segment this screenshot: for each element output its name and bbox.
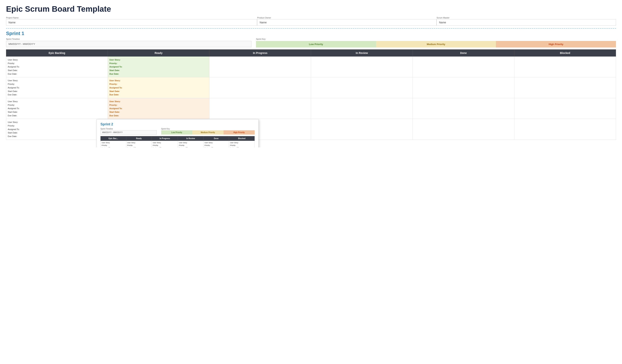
- s2-blocked-1[interactable]: User Story:Priority:Assigned To:Start Da…: [229, 141, 255, 147]
- page-title: Epic Scrum Board Template: [6, 4, 616, 14]
- table-row: User Story:Priority:Assigned To:Start Da…: [6, 57, 616, 77]
- done-cell-3[interactable]: [413, 98, 514, 119]
- scrum-master-value[interactable]: Name: [437, 19, 616, 26]
- epic-cell-4[interactable]: User Story:Priority:Assigned To:Start Da…: [6, 119, 108, 140]
- scrum-master-section: Scrum Master Name: [437, 17, 616, 26]
- table-row: User Story:Priority:Assigned To:Start Da…: [6, 77, 616, 98]
- sprint2-header-row: Epic Bac... Ready In Progress In Review …: [101, 136, 255, 141]
- in-review-cell-2[interactable]: [311, 77, 413, 98]
- s2-ready-1[interactable]: User Story:Priority:Assigned To:Start Da…: [126, 141, 152, 147]
- sprint2-header: Sprint Timeline MM/DD/YY - MM/DD/YY Spri…: [100, 128, 255, 134]
- sprint1-header: Sprint Timeline MM/DD/YY - MM/DD/YY Spri…: [6, 38, 616, 47]
- sprint2-key-low: Low Priority: [161, 130, 192, 134]
- s2-col-progress: In Progress: [152, 136, 178, 141]
- sprint2-key-high: High Priority: [224, 130, 255, 134]
- sprint2-timeline-label: Sprint Timeline: [100, 128, 157, 130]
- col-in-progress: In Progress: [209, 50, 311, 57]
- project-info-bar: Project Name Name Product Owner Name Scr…: [6, 17, 616, 26]
- sprint2-overlay: Sprint 2 Sprint Timeline MM/DD/YY - MM/D…: [97, 119, 259, 147]
- product-owner-section: Product Owner Name: [257, 17, 437, 26]
- col-done: Done: [413, 50, 514, 57]
- board-header-row: Epic Backlog Ready In Progress In Review…: [6, 50, 616, 57]
- sprint1-board-wrapper: Epic Backlog Ready In Progress In Review…: [6, 49, 616, 140]
- s2-col-review: In Review: [178, 136, 204, 141]
- s2-col-done: Done: [203, 136, 229, 141]
- epic-card-3: User Story:Priority:Assigned To:Start Da…: [8, 100, 106, 117]
- col-in-review: In Review: [311, 50, 413, 57]
- in-review-cell-1[interactable]: [311, 57, 413, 77]
- ready-card-3: User Story:Priority:Assigned To:Start Da…: [109, 100, 208, 117]
- product-owner-value[interactable]: Name: [257, 19, 437, 26]
- epic-card-1: User Story:Priority:Assigned To:Start Da…: [8, 58, 106, 76]
- section-divider: [6, 28, 616, 29]
- sprint2-key-label: Sprint Key: [161, 128, 255, 130]
- sprint1-key: Sprint Key Low Priority Medium Priority …: [256, 38, 616, 47]
- sprint2-title: Sprint 2: [100, 122, 255, 126]
- col-epic-backlog: Epic Backlog: [6, 50, 108, 57]
- ready-cell-3[interactable]: User Story:Priority:Assigned To:Start Da…: [108, 98, 209, 119]
- sprint1-key-boxes: Low Priority Medium Priority High Priori…: [256, 41, 616, 47]
- in-progress-cell-3[interactable]: [209, 98, 311, 119]
- s2-review-1[interactable]: User Story:Priority:Assigned To:Start Da…: [178, 141, 204, 147]
- epic-card-2: User Story:Priority:Assigned To:Start Da…: [8, 79, 106, 96]
- sprint1-section: Sprint 1 Sprint Timeline MM/DD/YY - MM/D…: [6, 31, 616, 140]
- epic-cell-2[interactable]: User Story:Priority:Assigned To:Start Da…: [6, 77, 108, 98]
- epic-cell-1[interactable]: User Story:Priority:Assigned To:Start Da…: [6, 57, 108, 77]
- project-name-label: Project Name: [6, 17, 257, 19]
- col-ready: Ready: [108, 50, 209, 57]
- sprint2-timeline: Sprint Timeline MM/DD/YY - MM/DD/YY: [100, 128, 157, 134]
- sprint1-timeline-label: Sprint Timeline: [6, 38, 252, 40]
- project-name-section: Project Name Name: [6, 17, 257, 26]
- epic-card-4: User Story:Priority:Assigned To:Start Da…: [8, 120, 106, 138]
- ready-card-1: User Story:Priority:Assigned To:Start Da…: [109, 58, 208, 76]
- table-row: User Story:Priority:Assigned To:Start Da…: [6, 98, 616, 119]
- sprint2-key-boxes: Low Priority Medium Priority High Priori…: [161, 130, 255, 134]
- blocked-cell-4[interactable]: [514, 119, 616, 140]
- sprint1-key-high: High Priority: [496, 41, 616, 47]
- sprint1-key-low: Low Priority: [256, 41, 376, 47]
- in-progress-cell-2[interactable]: [209, 77, 311, 98]
- ready-cell-2[interactable]: User Story:Priority:Assigned To:Start Da…: [108, 77, 209, 98]
- sprint1-timeline: Sprint Timeline MM/DD/YY - MM/DD/YY: [6, 38, 252, 47]
- in-review-cell-3[interactable]: [311, 98, 413, 119]
- blocked-cell-1[interactable]: [514, 57, 616, 77]
- sprint2-timeline-value[interactable]: MM/DD/YY - MM/DD/YY: [100, 130, 157, 134]
- product-owner-label: Product Owner: [257, 17, 437, 19]
- s2-progress-1[interactable]: User Story:Priority:Assigned To:Start Da…: [152, 141, 178, 147]
- sprint1-key-label: Sprint Key: [256, 38, 616, 40]
- ready-cell-1[interactable]: User Story:Priority:Assigned To:Start Da…: [108, 57, 209, 77]
- in-review-cell-4[interactable]: [311, 119, 413, 140]
- sprint1-key-medium: Medium Priority: [376, 41, 496, 47]
- done-cell-4[interactable]: [413, 119, 514, 140]
- done-cell-2[interactable]: [413, 77, 514, 98]
- s2-epic-1[interactable]: User Story:Priority:Assigned To:Start Da…: [101, 141, 126, 147]
- epic-cell-3[interactable]: User Story:Priority:Assigned To:Start Da…: [6, 98, 108, 119]
- sprint2-key: Sprint Key Low Priority Medium Priority …: [161, 128, 255, 134]
- s2-done-1[interactable]: User Story:Priority:Assigned To:Start Da…: [203, 141, 229, 147]
- sprint2-board: Epic Bac... Ready In Progress In Review …: [100, 136, 255, 147]
- sprint1-title: Sprint 1: [6, 31, 616, 36]
- blocked-cell-2[interactable]: [514, 77, 616, 98]
- s2-col-epic: Epic Bac...: [101, 136, 126, 141]
- blocked-cell-3[interactable]: [514, 98, 616, 119]
- s2-col-ready: Ready: [126, 136, 152, 141]
- s2-col-blocked: Blocked: [229, 136, 255, 141]
- scrum-master-label: Scrum Master: [437, 17, 616, 19]
- col-blocked: Blocked: [514, 50, 616, 57]
- project-name-value[interactable]: Name: [6, 19, 257, 26]
- done-cell-1[interactable]: [413, 57, 514, 77]
- in-progress-cell-1[interactable]: [209, 57, 311, 77]
- sprint2-key-medium: Medium Priority: [192, 130, 223, 134]
- sprint1-timeline-value[interactable]: MM/DD/YY - MM/DD/YY: [6, 41, 252, 47]
- s2-row-1: User Story:Priority:Assigned To:Start Da…: [101, 141, 255, 147]
- ready-card-2: User Story:Priority:Assigned To:Start Da…: [109, 79, 208, 96]
